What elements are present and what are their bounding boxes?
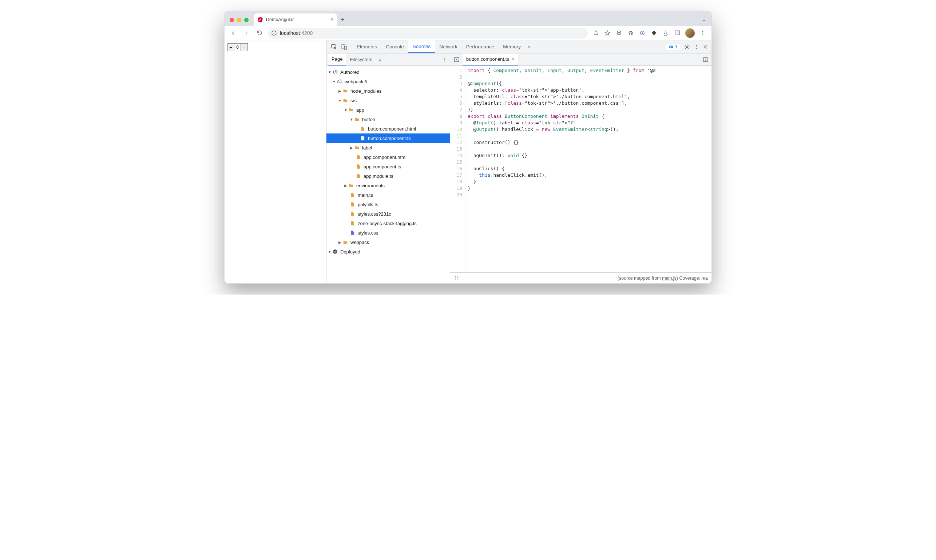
settings-gear-icon[interactable] xyxy=(684,44,690,50)
new-tab-button[interactable]: + xyxy=(337,16,347,26)
site-info-icon[interactable] xyxy=(271,30,277,36)
tree-deployed[interactable]: ▼Deployed xyxy=(327,247,450,256)
back-button[interactable] xyxy=(228,28,238,38)
file-icon xyxy=(350,202,356,207)
svg-point-24 xyxy=(696,48,697,49)
bookmark-star-icon[interactable] xyxy=(604,29,611,37)
maximize-window-icon[interactable] xyxy=(244,18,248,22)
issues-count: 1 xyxy=(675,45,678,49)
tree-app-ts[interactable]: app.component.ts xyxy=(327,162,450,171)
tree-button-dir[interactable]: ▼button xyxy=(327,115,450,124)
line-gutter: 1234567891011121314151617181920 xyxy=(450,66,466,272)
nav-kebab-icon[interactable] xyxy=(442,57,447,63)
inspect-element-icon[interactable] xyxy=(331,44,337,50)
extension-incognito-icon[interactable] xyxy=(627,29,634,37)
tree-webpack-dir[interactable]: ▶webpack xyxy=(327,237,450,247)
tree-styles-q[interactable]: styles.css?231c xyxy=(327,209,450,218)
tree-environments[interactable]: ▶environments xyxy=(327,181,450,190)
close-editor-tab-icon[interactable]: × xyxy=(512,56,515,62)
close-window-icon[interactable] xyxy=(230,18,234,22)
toggle-navigator-icon[interactable] xyxy=(452,55,461,64)
tab-network[interactable]: Network xyxy=(435,40,462,53)
omnibox[interactable]: localhost:4200 xyxy=(267,28,588,38)
svg-point-9 xyxy=(631,33,632,34)
svg-point-22 xyxy=(696,45,697,45)
issues-button[interactable]: 1 xyxy=(666,44,680,50)
traffic-lights xyxy=(227,18,251,26)
tree-webpack-scheme[interactable]: ▼webpack:// xyxy=(327,77,450,86)
tab-strip: DemoAngular × + xyxy=(225,11,711,26)
toggle-debugger-icon[interactable] xyxy=(703,57,709,63)
tree-app-module[interactable]: app.module.ts xyxy=(327,171,450,181)
tree-polyfills[interactable]: polyfills.ts xyxy=(327,200,450,209)
counter-value: 0 xyxy=(234,44,241,51)
folder-icon xyxy=(348,183,354,188)
code-content[interactable]: import { Component, OnInit, Input, Outpu… xyxy=(466,66,711,272)
angular-favicon-icon xyxy=(257,17,263,23)
more-tabs-icon[interactable]: » xyxy=(525,44,534,49)
tab-memory[interactable]: Memory xyxy=(498,40,525,53)
file-icon xyxy=(360,126,366,132)
tree-src[interactable]: ▼src xyxy=(327,95,450,105)
tree-styles-css[interactable]: styles.css xyxy=(327,228,450,237)
device-toggle-icon[interactable] xyxy=(341,44,347,50)
tab-list-chevron-icon[interactable] xyxy=(701,18,706,23)
tab-performance[interactable]: Performance xyxy=(462,40,498,53)
close-devtools-icon[interactable] xyxy=(703,45,708,49)
profile-avatar[interactable] xyxy=(685,28,695,38)
tree-node-modules[interactable]: ▶node_modules xyxy=(327,86,450,95)
side-panel-icon[interactable] xyxy=(674,29,681,37)
share-icon[interactable] xyxy=(592,29,599,37)
counter-widget: + 0 - xyxy=(227,43,248,51)
labs-flask-icon[interactable] xyxy=(662,29,669,37)
tree-app[interactable]: ▼app xyxy=(327,105,450,115)
svg-point-8 xyxy=(629,33,630,34)
status-text: (source mapped from main.js) Coverage: n… xyxy=(618,275,708,281)
decrement-button[interactable]: - xyxy=(241,44,247,51)
browser-menu-icon[interactable] xyxy=(699,29,706,37)
devtools-menu-icon[interactable] xyxy=(694,44,699,50)
file-icon xyxy=(350,211,356,217)
rendered-page: + 0 - xyxy=(225,40,327,283)
tree-button-html[interactable]: button.component.html xyxy=(327,124,450,134)
svg-point-21 xyxy=(686,46,688,48)
nav-tab-page[interactable]: Page xyxy=(328,54,346,65)
tree-label-dir[interactable]: ▶label xyxy=(327,143,450,152)
tree-authored[interactable]: ▼Authored xyxy=(327,67,450,77)
reload-button[interactable] xyxy=(254,28,265,38)
source-map-link[interactable]: main.js xyxy=(662,275,677,281)
svg-point-5 xyxy=(617,31,621,35)
tab-console[interactable]: Console xyxy=(381,40,408,53)
folder-icon xyxy=(354,116,360,122)
svg-point-23 xyxy=(696,46,697,47)
extension-skull-icon[interactable] xyxy=(615,29,623,37)
svg-point-25 xyxy=(444,57,445,58)
increment-button[interactable]: + xyxy=(228,44,234,51)
nav-more-icon[interactable]: » xyxy=(376,57,385,62)
tree-zone[interactable]: zone-async-stack-tagging.ts xyxy=(327,218,450,228)
pretty-print-button[interactable]: {} xyxy=(454,275,459,281)
browser-tab[interactable]: DemoAngular × xyxy=(254,14,337,26)
file-tree[interactable]: ▼Authored ▼webpack:// ▶node_modules ▼src… xyxy=(327,66,450,283)
tree-app-html[interactable]: app.component.html xyxy=(327,152,450,162)
editor-tab[interactable]: button.component.ts × xyxy=(463,54,518,65)
file-icon xyxy=(350,220,356,226)
tree-main-ts[interactable]: main.ts xyxy=(327,190,450,200)
close-tab-icon[interactable]: × xyxy=(330,16,334,23)
minimize-window-icon[interactable] xyxy=(237,18,241,22)
forward-button[interactable] xyxy=(241,28,251,38)
svg-point-15 xyxy=(702,32,703,33)
file-icon xyxy=(356,154,361,160)
extension-target-icon[interactable] xyxy=(639,29,646,37)
extensions-puzzle-icon[interactable] xyxy=(650,29,658,37)
code-editor[interactable]: 1234567891011121314151617181920 import {… xyxy=(450,66,711,272)
tab-elements[interactable]: Elements xyxy=(352,40,381,53)
svg-rect-20 xyxy=(669,45,673,48)
tab-sources[interactable]: Sources xyxy=(408,40,435,53)
nav-tab-filesystem[interactable]: Filesystem xyxy=(346,54,376,65)
devtools-tab-strip: Elements Console Sources Network Perform… xyxy=(327,40,711,54)
tree-button-ts[interactable]: button.component.ts xyxy=(327,134,450,143)
svg-rect-28 xyxy=(455,57,459,62)
svg-point-6 xyxy=(618,32,619,33)
file-icon xyxy=(350,230,356,235)
